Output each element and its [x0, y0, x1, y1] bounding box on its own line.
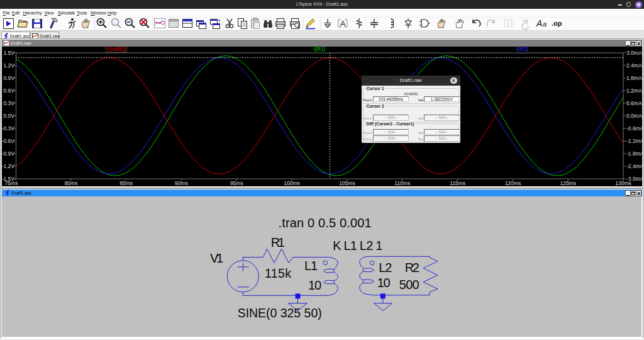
svg-text:100ms: 100ms — [284, 180, 300, 186]
svg-text:-1.8mA: -1.8mA — [626, 150, 642, 157]
svg-text:K L1 L2 1: K L1 L2 1 — [333, 239, 382, 252]
svg-text:0.0mA: 0.0mA — [626, 113, 642, 119]
svg-text:10: 10 — [377, 276, 391, 290]
svg-text:125ms: 125ms — [560, 180, 576, 186]
svg-text:L1: L1 — [304, 259, 318, 273]
svg-text:0.6V: 0.6V — [4, 88, 15, 94]
svg-text:2.4mA: 2.4mA — [626, 62, 642, 69]
svg-text:3.0mA: 3.0mA — [626, 50, 642, 56]
svg-text:1.5V: 1.5V — [4, 50, 15, 56]
svg-text:.tran 0 0.5 0.001: .tran 0 0.5 0.001 — [279, 216, 372, 230]
svg-text:-0.6mA: -0.6mA — [626, 125, 642, 132]
svg-text:.op: .op — [552, 20, 562, 27]
svg-text:R2: R2 — [405, 261, 419, 275]
svg-text:-0.6V: -0.6V — [2, 138, 14, 144]
svg-text:110ms: 110ms — [394, 180, 410, 186]
svg-text:1.8mA: 1.8mA — [626, 75, 642, 81]
svg-text:75ms: 75ms — [5, 180, 18, 186]
svg-text:120ms: 120ms — [505, 180, 521, 186]
svg-text:A: A — [536, 18, 542, 28]
svg-text:I(R1): I(R1) — [314, 47, 326, 52]
svg-text:a: a — [543, 20, 547, 28]
svg-text:130ms: 130ms — [615, 180, 631, 186]
svg-text:V(n003): V(n003) — [106, 47, 125, 52]
svg-text:-1.2V: -1.2V — [2, 163, 14, 169]
svg-text:115k: 115k — [265, 266, 291, 280]
svg-text:90ms: 90ms — [175, 180, 188, 186]
svg-text:-0.9V: -0.9V — [2, 150, 14, 157]
svg-text:A: A — [340, 19, 346, 28]
svg-text:0.3V: 0.3V — [4, 100, 15, 106]
svg-text:I(R2): I(R2) — [516, 47, 528, 52]
svg-text:0.0V: 0.0V — [4, 113, 15, 119]
svg-text:10: 10 — [308, 278, 321, 292]
svg-text:-1.2mA: -1.2mA — [626, 138, 642, 144]
svg-text:R1: R1 — [271, 235, 285, 249]
svg-text:-0.3V: -0.3V — [2, 125, 14, 132]
svg-text:0.6mA: 0.6mA — [626, 100, 642, 106]
svg-text:95ms: 95ms — [230, 180, 243, 186]
svg-text:1.2V: 1.2V — [4, 62, 15, 69]
svg-text:115ms: 115ms — [450, 180, 465, 186]
svg-text:0.9V: 0.9V — [4, 75, 15, 81]
svg-text:500: 500 — [399, 278, 419, 292]
svg-text:85ms: 85ms — [119, 180, 133, 186]
svg-text:105ms: 105ms — [339, 180, 355, 186]
svg-text:V1: V1 — [210, 251, 223, 265]
svg-text:1.2mA: 1.2mA — [626, 88, 642, 94]
svg-text:-2.4mA: -2.4mA — [626, 163, 642, 169]
svg-text:L2: L2 — [379, 261, 392, 275]
svg-text:SINE(0 325 50): SINE(0 325 50) — [238, 306, 322, 320]
svg-text:80ms: 80ms — [64, 180, 77, 186]
